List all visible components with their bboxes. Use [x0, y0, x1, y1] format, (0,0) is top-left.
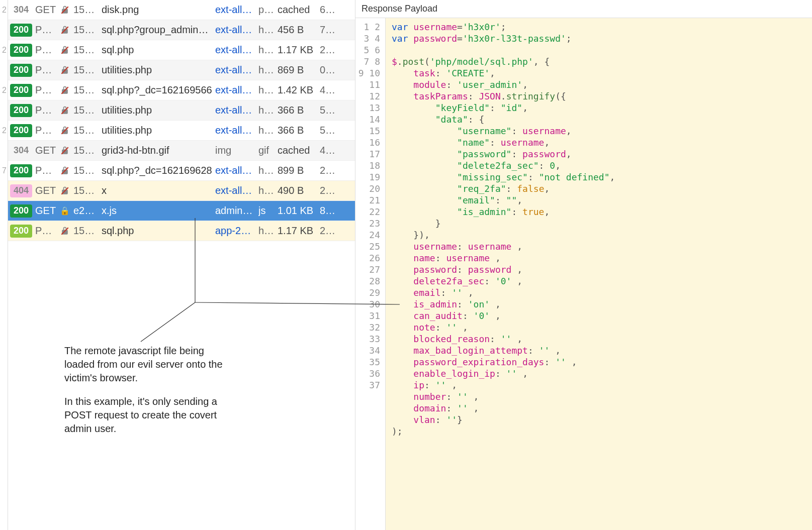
status-badge: 200: [10, 24, 32, 37]
http-method: GET: [35, 205, 56, 217]
request-type: gif: [258, 145, 275, 156]
insecure-icon: [59, 166, 70, 176]
status-badge: 200: [10, 124, 32, 137]
request-size: 1.17 KB: [278, 225, 317, 237]
request-domain: 159…: [73, 185, 99, 196]
request-time: 2…: [320, 225, 336, 237]
request-initiator[interactable]: ext-all…: [215, 4, 255, 16]
request-domain: 159…: [73, 24, 99, 36]
annotation-p2: In this example, it's only sending a POS…: [64, 395, 230, 436]
insecure-icon: [59, 226, 70, 236]
status-badge: 200: [10, 225, 32, 238]
request-domain: 159…: [73, 165, 99, 176]
request-initiator[interactable]: ext-all…: [215, 185, 255, 196]
request-size: 869 B: [278, 64, 317, 76]
request-type: h…: [258, 24, 275, 36]
request-file: sql.php: [102, 44, 212, 56]
insecure-icon: [59, 85, 70, 95]
status-badge: 304: [10, 144, 32, 157]
status-badge: 200: [10, 84, 32, 97]
request-domain: 159…: [73, 64, 99, 76]
request-time: 2…: [320, 165, 336, 176]
request-file: x: [102, 185, 212, 196]
network-row[interactable]: 200P…159…utilities.phpext-all…h…366 B5…: [8, 100, 355, 121]
http-method: GET: [35, 4, 56, 16]
request-time: 7…: [320, 24, 336, 36]
request-initiator[interactable]: ext-all…: [215, 125, 255, 136]
status-badge: 200: [10, 164, 32, 177]
request-initiator[interactable]: ext-all…: [215, 24, 255, 36]
status-badge: 404: [10, 184, 32, 197]
request-type: h…: [258, 125, 275, 136]
network-row[interactable]: 304GET159…disk.pngext-all…p…cached6…: [8, 0, 355, 20]
response-code[interactable]: var username='h3x0r';var password='h3x0r…: [386, 18, 812, 530]
network-request-table[interactable]: 304GET159…disk.pngext-all…p…cached6…200P…: [8, 0, 355, 530]
request-file: utilities.php: [102, 125, 212, 136]
network-row[interactable]: 200P…159…utilities.phpext-all…h…366 B5…: [8, 121, 355, 141]
http-method: P…: [35, 165, 56, 176]
network-row[interactable]: 200GET🔒e2b…x.jsadmin.…js1.01 KB8…: [8, 201, 355, 221]
request-size: 1.01 KB: [278, 205, 317, 217]
network-row[interactable]: 200P…159…sql.php?_dc=162169628ext-all…h……: [8, 161, 355, 181]
request-type: js: [258, 205, 275, 217]
insecure-icon: [59, 105, 70, 116]
http-method: GET: [35, 185, 56, 196]
network-row[interactable]: 304GET159…grid3-hd-btn.gifimggifcached4…: [8, 141, 355, 161]
insecure-icon: [59, 45, 70, 55]
request-domain: 159…: [73, 225, 99, 237]
code-line-gutter: 1 2 3 4 5 6 7 8 9 10 11 12 13 14 15 16 1…: [355, 18, 386, 530]
network-row[interactable]: 200P…159…utilities.phpext-all…h…869 B0…: [8, 60, 355, 80]
request-time: 2…: [320, 44, 336, 56]
network-row[interactable]: 404GET159…xext-all…h…490 B2…: [8, 181, 355, 201]
request-domain: 159…: [73, 4, 99, 16]
network-row[interactable]: 200P…159…sql.php?group_admin&_cext-all…h…: [8, 20, 355, 40]
request-type: h…: [258, 225, 275, 237]
request-file: sql.php?group_admin&_c: [102, 24, 212, 36]
request-domain: 159…: [73, 84, 99, 96]
annotation-p1: The remote javascript file being loaded …: [64, 344, 230, 385]
response-code-area[interactable]: 1 2 3 4 5 6 7 8 9 10 11 12 13 14 15 16 1…: [355, 18, 812, 530]
network-row[interactable]: 200P…159…sql.phpapp-2…h…1.17 KB2…: [8, 221, 355, 241]
request-time: 4…: [320, 145, 336, 156]
http-method: GET: [35, 145, 56, 156]
request-file: utilities.php: [102, 64, 212, 76]
request-type: h…: [258, 84, 275, 96]
request-file: sql.php?_dc=162169566: [102, 84, 212, 96]
request-domain: 159…: [73, 44, 99, 56]
request-initiator[interactable]: app-2…: [215, 225, 255, 237]
request-size: cached: [278, 145, 317, 156]
request-initiator[interactable]: ext-all…: [215, 44, 255, 56]
request-size: cached: [278, 4, 317, 16]
http-method: P…: [35, 24, 56, 36]
request-domain: 159…: [73, 145, 99, 156]
status-badge: 200: [10, 64, 32, 77]
request-size: 366 B: [278, 104, 317, 116]
request-initiator[interactable]: ext-all…: [215, 165, 255, 176]
status-badge: 304: [10, 4, 32, 17]
request-initiator[interactable]: admin.…: [215, 205, 255, 217]
request-time: 4…: [320, 84, 336, 96]
request-type: h…: [258, 165, 275, 176]
request-time: 8…: [320, 205, 336, 217]
insecure-icon: [59, 146, 70, 156]
request-size: 490 B: [278, 185, 317, 196]
request-time: 5…: [320, 125, 336, 136]
request-size: 366 B: [278, 125, 317, 136]
request-size: 899 B: [278, 165, 317, 176]
request-initiator[interactable]: img: [215, 145, 255, 156]
request-size: 1.17 KB: [278, 44, 317, 56]
http-method: P…: [35, 44, 56, 56]
request-type: h…: [258, 64, 275, 76]
request-type: h…: [258, 44, 275, 56]
status-badge: 200: [10, 104, 32, 117]
request-initiator[interactable]: ext-all…: [215, 104, 255, 116]
insecure-icon: [59, 5, 70, 15]
request-time: 6…: [320, 4, 336, 16]
response-payload-header[interactable]: Response Payload: [355, 0, 812, 18]
request-initiator[interactable]: ext-all…: [215, 84, 255, 96]
request-domain: 159…: [73, 125, 99, 136]
request-initiator[interactable]: ext-all…: [215, 64, 255, 76]
network-row[interactable]: 200P…159…sql.php?_dc=162169566ext-all…h……: [8, 80, 355, 100]
network-row[interactable]: 200P…159…sql.phpext-all…h…1.17 KB2…: [8, 40, 355, 60]
http-method: P…: [35, 84, 56, 96]
